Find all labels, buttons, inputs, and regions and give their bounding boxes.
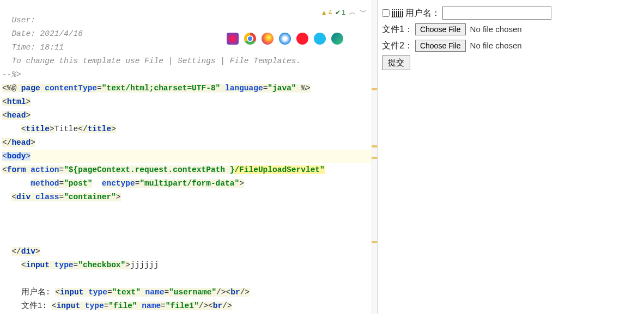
prev-issue-icon[interactable]: ︿	[349, 8, 356, 17]
edge-icon[interactable]	[331, 33, 343, 45]
next-issue-icon[interactable]: ﹀	[360, 8, 367, 17]
preview-username-label: 用户名：	[405, 5, 440, 21]
preview-checkbox-label: jjjjjj	[392, 5, 403, 21]
firefox-icon[interactable]	[262, 33, 274, 45]
ok-count: 1	[342, 9, 345, 16]
preview-checkbox[interactable]	[382, 9, 390, 17]
preview-username-row: jjjjjj 用户名：	[382, 5, 640, 21]
comment-user: User:	[11, 16, 40, 24]
inspection-toolbar: ▲ 4 ✔ 1 ︿ ﹀	[320, 8, 368, 17]
preview-pane: jjjjjj 用户名： 文件1： Choose File No file cho…	[378, 0, 644, 314]
chrome-icon[interactable]	[244, 33, 256, 45]
comment-template: To change this template use File | Setti…	[11, 57, 301, 65]
submit-button[interactable]: 提交	[382, 56, 410, 70]
preview-file1-label: 文件1：	[382, 22, 413, 37]
gutter-marker[interactable]	[372, 241, 377, 243]
username-input[interactable]	[442, 7, 551, 20]
intellij-icon[interactable]	[227, 33, 239, 45]
file1-status: No file chosen	[470, 22, 522, 37]
preview-file1-row: 文件1： Choose File No file chosen	[382, 22, 640, 37]
comment-time: Time: 18:11	[11, 43, 64, 52]
gutter-marker[interactable]	[372, 88, 377, 90]
editor-gutter	[372, 0, 377, 314]
code-editor-pane: ▲ 4 ✔ 1 ︿ ﹀ User: Date: 2021/4/16 Time: …	[0, 0, 378, 314]
ie-icon[interactable]	[314, 33, 326, 45]
check-icon: ✔	[335, 9, 341, 16]
warning-indicator[interactable]: ▲ 4	[321, 9, 332, 16]
file2-status: No file chosen	[470, 38, 522, 53]
file2-choose-button[interactable]: Choose File	[415, 40, 466, 52]
warning-count: 4	[329, 9, 332, 16]
ok-indicator[interactable]: ✔ 1	[335, 9, 345, 16]
warning-icon: ▲	[321, 9, 327, 16]
preview-file2-label: 文件2：	[382, 38, 413, 53]
file1-choose-button[interactable]: Choose File	[415, 23, 466, 35]
gutter-marker[interactable]	[372, 145, 377, 147]
gutter-marker[interactable]	[372, 157, 377, 159]
browser-launch-toolbar	[224, 30, 345, 47]
preview-file2-row: 文件2： Choose File No file chosen	[382, 38, 640, 53]
opera-icon[interactable]	[296, 33, 308, 45]
comment-close: --%>	[2, 70, 21, 79]
code-content[interactable]: User: Date: 2021/4/16 Time: 18:11 To cha…	[0, 0, 377, 314]
comment-date: Date: 2021/4/16	[11, 29, 83, 38]
preview-submit-row: 提交	[382, 54, 640, 70]
safari-icon[interactable]	[279, 33, 291, 45]
